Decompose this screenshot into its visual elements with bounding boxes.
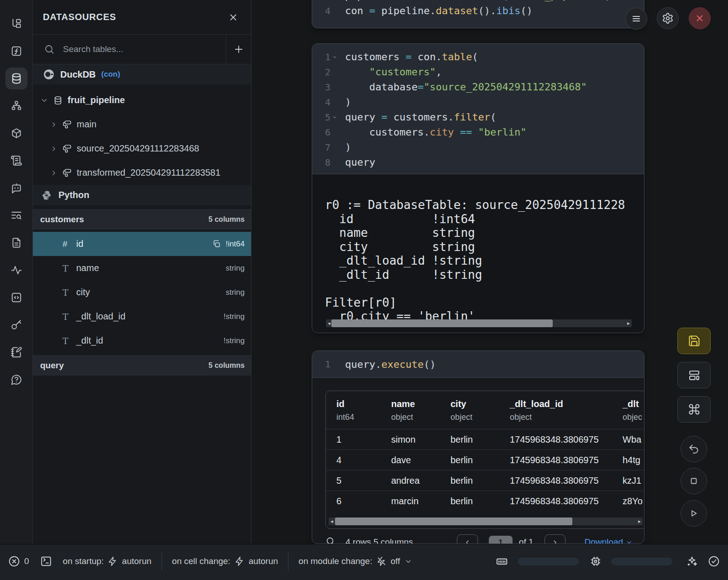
notebook-canvas: pipeline = dlt.destination("fruit_pipeli… xyxy=(252,0,728,544)
column-row-id[interactable]: # id !int64 xyxy=(33,232,251,256)
chevron-down-icon xyxy=(404,558,412,565)
cpu-meter xyxy=(611,558,672,565)
add-datasource-button[interactable] xyxy=(226,35,251,64)
code-cell-3[interactable]: 1query.execute() idint64 nameobject city… xyxy=(312,350,644,544)
menu-button[interactable] xyxy=(625,8,647,30)
code-cell-2[interactable]: 1›customers = con.table(2 "customers",3 … xyxy=(312,43,644,333)
column-row-name[interactable]: T name string xyxy=(33,256,251,280)
settings-button[interactable] xyxy=(657,7,679,29)
on-startup-setting[interactable]: on startup: autorun xyxy=(63,551,152,572)
scrollbar-thumb[interactable] xyxy=(335,517,572,525)
horizontal-scrollbar[interactable]: ◂ ▸ xyxy=(326,319,632,327)
table-name: query xyxy=(40,361,64,371)
table-row[interactable]: 6marcinberlin1745968348.3806975z8Yo xyxy=(326,491,644,511)
download-link[interactable]: Download xyxy=(585,537,633,544)
connection-badge: (con) xyxy=(101,70,120,79)
column-row-city[interactable]: T city string xyxy=(33,280,251,304)
code-square-icon[interactable] xyxy=(7,288,26,307)
layout-button[interactable] xyxy=(677,362,711,388)
error-count: 0 xyxy=(24,556,29,566)
ai-sparkles-button[interactable] xyxy=(686,551,698,572)
scrollbar-thumb[interactable] xyxy=(331,319,553,327)
copy-icon[interactable] xyxy=(212,240,221,248)
page-number-box[interactable]: 1 xyxy=(489,536,513,544)
column-row-dlt-id[interactable]: T _dlt_id !string xyxy=(33,329,251,353)
scroll-right-icon[interactable]: ▸ xyxy=(636,517,643,525)
tree-schema-main[interactable]: main xyxy=(33,112,251,136)
cube-icon[interactable] xyxy=(7,124,26,142)
function-square-icon[interactable] xyxy=(7,42,26,60)
column-type: string xyxy=(225,288,245,297)
activity-icon[interactable] xyxy=(7,261,26,279)
connection-duckdb[interactable]: DuckDB (con) xyxy=(33,64,251,84)
stop-button[interactable] xyxy=(681,468,707,494)
column-type: !string xyxy=(224,312,245,321)
code-editor[interactable]: 1query.execute() xyxy=(312,351,644,378)
tree-schema-source[interactable]: source_202504291112283468 xyxy=(33,136,251,161)
schema-name: transformed_202504291112283581 xyxy=(77,167,220,178)
on-cell-change-label: on cell change: xyxy=(172,556,230,566)
scroll-text-icon[interactable] xyxy=(7,152,26,170)
code-editor[interactable]: pipeline = dlt.destination("fruit_pipeli… xyxy=(312,0,644,18)
horizontal-scrollbar[interactable]: ◂ ▸ xyxy=(329,517,643,525)
zap-icon xyxy=(108,556,118,566)
tree-database-fruit-pipeline[interactable]: fruit_pipeline xyxy=(33,88,251,112)
database-icon xyxy=(53,95,63,105)
bot-icon[interactable] xyxy=(7,179,26,197)
memory-icon xyxy=(496,555,508,568)
tree-icon[interactable] xyxy=(7,15,26,33)
undo-button[interactable] xyxy=(681,436,707,462)
hierarchy-icon[interactable] xyxy=(7,97,26,115)
table-search-row xyxy=(33,35,251,64)
cpu-usage xyxy=(590,551,672,572)
table-row[interactable]: 1simonberlin1745968348.3806975Wba xyxy=(326,429,644,449)
tree-schema-transformed[interactable]: transformed_202504291112283581 xyxy=(33,161,251,185)
table-header-query[interactable]: query 5 columns xyxy=(33,355,251,376)
zap-off-icon xyxy=(377,556,387,566)
search-icon xyxy=(44,44,55,55)
next-page-button[interactable] xyxy=(545,534,566,544)
scroll-right-icon[interactable]: ▸ xyxy=(625,319,632,327)
column-type: !int64 xyxy=(212,240,245,249)
save-button[interactable] xyxy=(677,328,711,354)
table-header-customers[interactable]: customers 5 columns xyxy=(33,209,251,230)
previous-page-button[interactable] xyxy=(457,534,478,544)
close-panel-icon[interactable] xyxy=(228,12,238,22)
scroll-left-icon[interactable]: ◂ xyxy=(329,517,335,525)
chevron-right-icon xyxy=(50,145,58,152)
panel-title: DATASOURCES xyxy=(43,12,116,22)
column-row-dlt-load-id[interactable]: T _dlt_load_id !string xyxy=(33,304,251,329)
notebook-pen-icon[interactable] xyxy=(7,343,26,361)
run-button[interactable] xyxy=(681,500,707,527)
column-header: nameobject xyxy=(391,399,450,422)
table-row[interactable]: 4daveberlin1745968348.3806975h4tg xyxy=(326,449,644,470)
key-icon[interactable] xyxy=(7,316,26,334)
panel-header: DATASOURCES xyxy=(33,0,251,35)
column-name: city xyxy=(76,287,225,298)
column-header: cityobject xyxy=(450,399,510,422)
search-tables-input[interactable] xyxy=(62,44,226,55)
error-indicator[interactable]: 0 xyxy=(8,551,29,572)
column-header: _dltobjec xyxy=(623,399,644,422)
code-cell-1[interactable]: pipeline = dlt.destination("fruit_pipeli… xyxy=(312,0,644,28)
database-icon[interactable] xyxy=(5,68,27,89)
file-text-icon[interactable] xyxy=(7,234,26,252)
table-row[interactable]: 5andreaberlin1745968348.3806975kzJ1 xyxy=(326,470,644,491)
on-module-change-label: on module change: xyxy=(299,556,372,566)
on-startup-value: autorun xyxy=(122,556,151,566)
result-table: idint64 nameobject cityobject _dlt_load_… xyxy=(325,391,644,529)
table-name: customers xyxy=(40,214,84,225)
terminal-button[interactable] xyxy=(40,551,52,572)
help-circle-icon[interactable] xyxy=(7,371,26,389)
text-type-icon: T xyxy=(63,312,76,322)
check-circle-icon[interactable] xyxy=(708,551,720,572)
schema-name: source_202504291112283468 xyxy=(77,143,199,154)
on-module-change-setting[interactable]: on module change: off xyxy=(299,551,412,572)
command-button[interactable] xyxy=(677,396,711,423)
code-editor[interactable]: 1›customers = con.table(2 "customers",3 … xyxy=(312,44,644,174)
search-icon[interactable] xyxy=(325,536,335,544)
on-cell-change-setting[interactable]: on cell change: autorun xyxy=(172,551,278,572)
engine-python[interactable]: Python xyxy=(33,185,251,205)
list-search-icon[interactable] xyxy=(7,206,26,225)
close-button[interactable] xyxy=(689,7,711,29)
